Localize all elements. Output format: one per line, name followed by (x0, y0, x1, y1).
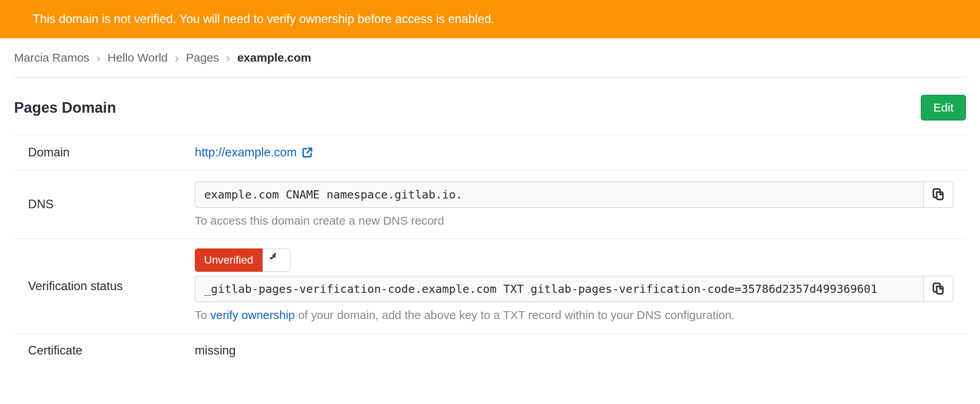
breadcrumb: Marcia Ramos › Hello World › Pages › exa… (14, 38, 966, 78)
dns-label: DNS (14, 197, 195, 211)
alert-banner-text: This domain is not verified. You will ne… (33, 12, 495, 26)
copy-verification-record-button[interactable] (923, 276, 954, 302)
domain-link[interactable]: http://example.com (195, 145, 313, 159)
verification-record-group (195, 276, 954, 302)
verification-helper-suffix: of your domain, add the above key to a T… (295, 308, 735, 321)
copy-dns-record-button[interactable] (923, 181, 954, 208)
verify-ownership-link[interactable]: verify ownership (210, 308, 295, 321)
domain-link-text: http://example.com (195, 145, 297, 159)
unverified-domain-alert-banner: This domain is not verified. You will ne… (0, 0, 980, 38)
chevron-right-icon: › (175, 51, 179, 64)
copy-icon (932, 188, 945, 202)
breadcrumb-item-user[interactable]: Marcia Ramos (14, 51, 89, 64)
table-row-verification-status: Verification status Unverified (14, 238, 966, 333)
domain-label: Domain (14, 145, 195, 159)
chevron-right-icon: › (96, 51, 100, 64)
pages-domain-table: Domain http://example.com DNS (14, 135, 966, 367)
chevron-right-icon: › (226, 51, 230, 64)
section-header: Pages Domain Edit (14, 78, 966, 135)
retry-verification-button[interactable] (263, 248, 291, 272)
certificate-label: Certificate (14, 344, 195, 358)
dns-record-group (195, 181, 954, 208)
verification-helper-prefix: To (195, 308, 210, 321)
dns-record-input[interactable] (195, 181, 924, 208)
table-row-domain: Domain http://example.com (14, 135, 966, 170)
verification-badge-group: Unverified (195, 248, 291, 272)
unverified-status-badge: Unverified (195, 248, 263, 272)
table-row-certificate: Certificate missing (14, 333, 966, 367)
verification-status-label: Verification status (14, 279, 195, 293)
breadcrumb-item-project[interactable]: Hello World (108, 51, 168, 64)
retry-verification-icon (270, 253, 283, 268)
breadcrumb-current-domain: example.com (237, 51, 311, 64)
breadcrumb-item-pages[interactable]: Pages (186, 51, 219, 64)
certificate-value: missing (195, 344, 236, 357)
copy-icon (932, 282, 945, 296)
external-link-icon (301, 147, 313, 158)
verification-record-input[interactable] (195, 276, 924, 302)
verification-helper-text: To verify ownership of your domain, add … (195, 308, 954, 322)
table-row-dns: DNS To access this domain c (14, 170, 966, 238)
dns-helper-text: To access this domain create a new DNS r… (195, 214, 954, 227)
edit-button[interactable]: Edit (921, 95, 966, 120)
page-title: Pages Domain (14, 99, 116, 116)
